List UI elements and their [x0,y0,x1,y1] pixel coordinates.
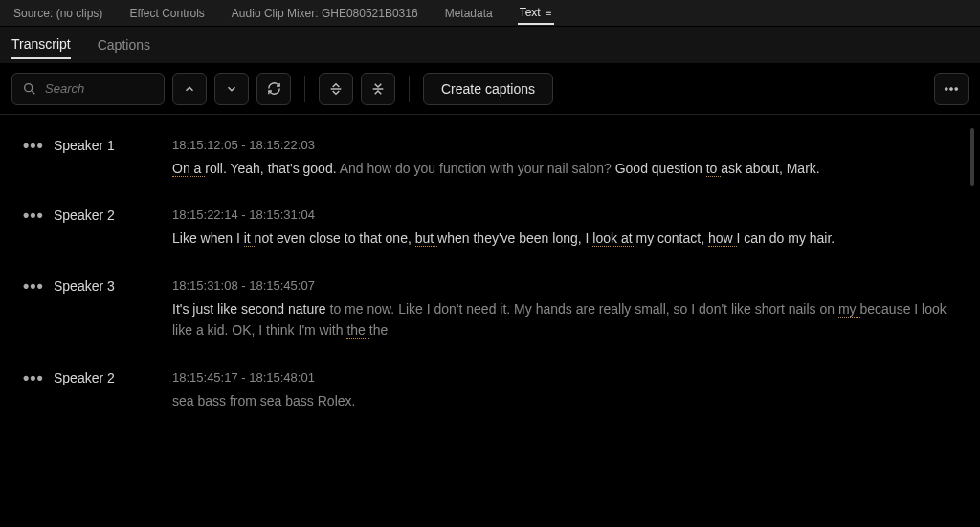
transcript-segment: I can do my hair. [737,231,835,246]
collapse-all-button[interactable] [361,73,395,105]
transcript-marked-word: my [838,301,860,318]
panel-tab-label: Effect Controls [129,7,204,20]
panel-tab-label: Text [520,6,541,19]
dialogue-text[interactable]: sea bass from sea bass Rolex. [172,390,957,411]
transcript-content: 18:15:45:17 - 18:15:48:01sea bass from s… [172,370,957,411]
expand-all-button[interactable] [319,73,353,105]
next-result-button[interactable] [214,73,249,105]
speaker-label[interactable]: Speaker 2 [54,208,159,249]
transcript-row[interactable]: •••Speaker 218:15:45:17 - 18:15:48:01sea… [19,357,961,427]
svg-point-0 [25,83,33,91]
transcript-content: 18:15:31:08 - 18:15:45:07It's just like … [172,278,957,341]
transcript-row[interactable]: •••Speaker 118:15:12:05 - 18:15:22:03On … [19,124,961,194]
transcript-segment: ask about, Mark. [721,161,820,176]
panel-tab[interactable]: Source: (no clips) [11,3,104,24]
dialogue-text[interactable]: Like when I it not even close to that on… [172,228,957,249]
sub-tab-captions[interactable]: Captions [98,32,150,58]
row-options-icon[interactable]: ••• [23,209,40,249]
transcript-segment: Like when I [172,231,244,246]
scrollbar-thumb[interactable] [970,128,974,186]
transcript-segment: roll. Yeah, that's good. [205,161,339,176]
transcript-toolbar: Create captions [0,63,980,115]
panel-tab[interactable]: Text≡ [518,2,554,25]
transcript-marked-word: but [415,231,437,247]
timecode: 18:15:45:17 - 18:15:48:01 [172,370,957,384]
transcript-segment: It's just like second nature [172,301,330,317]
more-options-button[interactable] [934,73,969,105]
transcript-segment: And how do you function with your nail s… [340,161,615,176]
transcript-segment: sea bass from sea bass Rolex. [172,393,355,408]
transcript-content: 18:15:22:14 - 18:15:31:04Like when I it … [172,208,957,249]
row-options-icon[interactable]: ••• [23,140,40,179]
transcript-segment: the [369,322,388,338]
transcript-marked-word: On a [172,161,205,177]
transcript-segment: to me now. Like I don't need it. My hand… [330,301,838,317]
speaker-label[interactable]: Speaker 1 [54,138,159,179]
timecode: 18:15:22:14 - 18:15:31:04 [172,208,957,222]
transcript-row[interactable]: •••Speaker 218:15:22:14 - 18:15:31:04Lik… [19,194,961,264]
text-sub-tab-bar: TranscriptCaptions [0,27,980,63]
svg-point-6 [955,87,958,90]
transcript-marked-word: the [346,322,368,339]
transcript-content: 18:15:12:05 - 18:15:22:03On a roll. Yeah… [172,138,957,179]
panel-tab-label: Metadata [445,7,493,20]
speaker-label[interactable]: Speaker 2 [54,370,159,411]
toolbar-divider [304,76,305,102]
transcript-segment: Good question [615,161,706,176]
row-options-icon[interactable]: ••• [23,280,40,341]
create-captions-button[interactable]: Create captions [423,73,553,105]
dialogue-text[interactable]: On a roll. Yeah, that's good. And how do… [172,158,957,179]
transcript-segment: not even close to that one, [255,231,415,246]
row-options-icon[interactable]: ••• [23,372,40,411]
panel-tab[interactable]: Effect Controls [127,3,206,24]
transcript-marked-word: how [708,231,737,247]
search-box[interactable] [11,73,165,105]
toolbar-divider [409,76,410,102]
transcript-row[interactable]: •••Speaker 318:15:31:08 - 18:15:45:07It'… [19,265,961,357]
search-icon [22,81,37,97]
dialogue-text[interactable]: It's just like second nature to me now. … [172,298,957,341]
timecode: 18:15:31:08 - 18:15:45:07 [172,278,957,293]
svg-point-5 [950,87,953,90]
panel-tab[interactable]: Metadata [443,3,495,24]
timecode: 18:15:12:05 - 18:15:22:03 [172,138,957,152]
panel-tab[interactable]: Audio Clip Mixer: GHE080521B0316 [230,3,420,24]
svg-line-1 [32,91,34,94]
speaker-label[interactable]: Speaker 3 [54,278,159,341]
transcript-marked-word: look at [592,231,635,247]
sub-tab-transcript[interactable]: Transcript [11,31,71,59]
transcript-list[interactable]: •••Speaker 118:15:12:05 - 18:15:22:03On … [0,115,980,527]
svg-point-4 [945,87,947,90]
panel-tab-label: Audio Clip Mixer: GHE080521B0316 [232,7,418,20]
transcript-marked-word: it [244,231,255,247]
panel-tab-bar: Source: (no clips)Effect ControlsAudio C… [0,0,980,27]
hamburger-icon[interactable]: ≡ [546,8,552,18]
search-input[interactable] [45,81,154,96]
prev-result-button[interactable] [172,73,207,105]
transcript-marked-word: to [706,161,722,177]
transcript-segment: my contact, [635,231,707,246]
transcript-segment: when they've been long, I [437,231,592,246]
refresh-button[interactable] [256,73,291,105]
panel-tab-label: Source: (no clips) [13,7,102,20]
